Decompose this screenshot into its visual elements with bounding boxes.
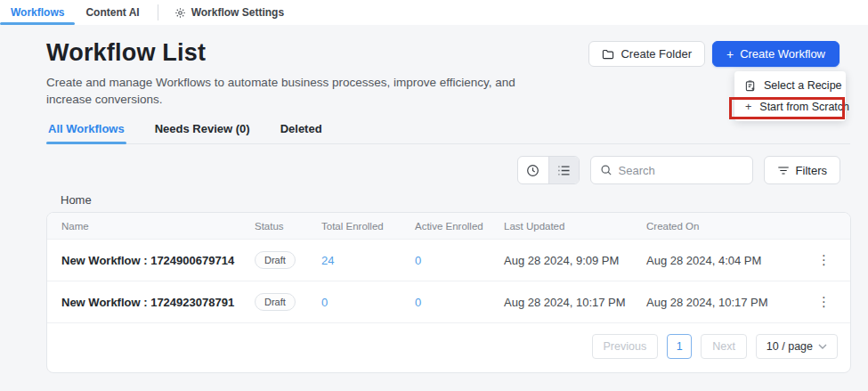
tab-all-workflows[interactable]: All Workflows (46, 122, 126, 143)
nav-settings-label: Workflow Settings (191, 6, 284, 19)
filters-button[interactable]: Filters (764, 156, 840, 184)
total-enrolled-link[interactable]: 24 (321, 254, 415, 267)
create-folder-label: Create Folder (621, 47, 691, 61)
page-title: Workflow List (46, 39, 518, 67)
page-number-button[interactable]: 1 (667, 334, 692, 359)
dropdown-item-start-from-scratch[interactable]: + Start from Scratch (734, 96, 846, 118)
column-header-name: Name (61, 221, 255, 232)
last-updated-value: Aug 28 2024, 9:09 PM (504, 254, 646, 267)
recipe-icon (745, 80, 756, 92)
create-workflow-button[interactable]: + Create Workflow (712, 41, 840, 67)
plus-icon: + (745, 101, 751, 113)
filters-label: Filters (796, 164, 827, 177)
nav-tab-content-ai[interactable]: Content AI (75, 0, 150, 25)
kebab-menu-icon[interactable]: ⋮ (812, 292, 836, 312)
list-view-icon (557, 165, 571, 176)
table-row: New Workflow : 1724923078791 Draft 0 0 A… (47, 281, 850, 323)
dropdown-select-recipe-label: Select a Recipe (764, 79, 842, 92)
status-badge: Draft (255, 251, 296, 269)
list-toolbar: Filters (0, 156, 840, 184)
gear-icon (174, 7, 186, 19)
column-header-last-updated: Last Updated (504, 221, 646, 232)
search-icon (600, 164, 612, 176)
view-toggle (517, 156, 580, 184)
nav-tab-workflows[interactable]: Workflows (0, 0, 75, 25)
pagination: Previous 1 Next 10 / page (47, 323, 850, 372)
last-updated-value: Aug 28 2024, 10:17 PM (504, 296, 646, 309)
active-enrolled-link[interactable]: 0 (415, 254, 504, 267)
nav-divider (158, 4, 158, 20)
column-header-total-enrolled: Total Enrolled (321, 221, 415, 232)
recent-view-toggle[interactable] (518, 157, 548, 183)
plus-icon: + (726, 48, 734, 61)
created-on-value: Aug 28 2024, 10:17 PM (646, 296, 807, 309)
nav-tab-workflow-settings[interactable]: Workflow Settings (166, 0, 293, 25)
page-description: Create and manage Workflows to automate … (46, 74, 518, 108)
kebab-menu-icon[interactable]: ⋮ (812, 250, 836, 270)
clock-icon (526, 164, 539, 177)
column-header-active-enrolled: Active Enrolled (415, 221, 504, 232)
top-navigation: Workflows Content AI Workflow Settings (0, 0, 868, 25)
folder-icon (602, 49, 614, 60)
dropdown-item-select-recipe[interactable]: Select a Recipe (734, 75, 846, 96)
total-enrolled-link[interactable]: 0 (321, 296, 415, 309)
search-box (590, 156, 753, 184)
create-workflow-dropdown: Select a Recipe + Start from Scratch (734, 71, 846, 121)
column-header-created-on: Created On (646, 221, 807, 232)
chevron-down-icon (818, 344, 827, 349)
page-size-select[interactable]: 10 / page (756, 334, 838, 359)
create-workflow-label: Create Workflow (740, 47, 825, 61)
page-header-text: Workflow List Create and manage Workflow… (46, 39, 518, 108)
status-badge: Draft (255, 293, 296, 311)
active-enrolled-link[interactable]: 0 (415, 296, 504, 309)
next-page-button[interactable]: Next (701, 334, 747, 359)
previous-page-button[interactable]: Previous (592, 334, 659, 359)
workflow-table-card: Name Status Total Enrolled Active Enroll… (46, 212, 851, 373)
page-size-label: 10 / page (767, 340, 813, 353)
table-header-row: Name Status Total Enrolled Active Enroll… (47, 213, 850, 240)
list-view-toggle[interactable] (548, 157, 579, 183)
workflow-name-link[interactable]: New Workflow : 1724923078791 (61, 296, 255, 309)
workflow-tabs: All Workflows Needs Review (0) Deleted (46, 122, 850, 144)
main-content: Workflow List Create and manage Workflow… (0, 25, 868, 391)
table-row: New Workflow : 1724900679714 Draft 24 0 … (47, 240, 850, 281)
filter-icon (777, 166, 790, 175)
breadcrumb[interactable]: Home (61, 193, 868, 207)
search-input[interactable] (619, 164, 743, 177)
workflow-name-link[interactable]: New Workflow : 1724900679714 (61, 254, 255, 267)
create-folder-button[interactable]: Create Folder (588, 41, 704, 67)
column-header-status: Status (255, 221, 321, 232)
tab-needs-review[interactable]: Needs Review (0) (153, 122, 252, 143)
dropdown-start-scratch-label: Start from Scratch (759, 101, 849, 113)
created-on-value: Aug 28 2024, 4:04 PM (646, 254, 807, 267)
tab-deleted[interactable]: Deleted (279, 122, 324, 143)
